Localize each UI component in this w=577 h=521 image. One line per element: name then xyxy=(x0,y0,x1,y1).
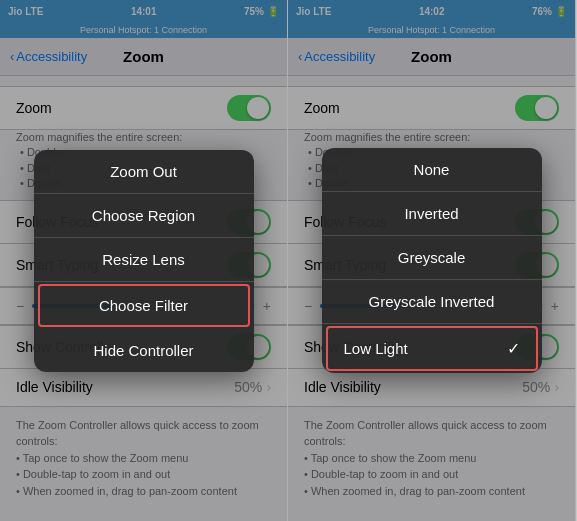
menu-item-choose-region[interactable]: Choose Region xyxy=(34,194,254,238)
menu-item-hide-controller[interactable]: Hide Controller xyxy=(34,329,254,372)
context-menu-right: None Inverted Greyscale Greyscale Invert… xyxy=(322,148,542,373)
filter-greyscale-inverted[interactable]: Greyscale Inverted xyxy=(322,280,542,324)
filter-low-light[interactable]: Low Light ✓ xyxy=(326,326,538,371)
filter-greyscale[interactable]: Greyscale xyxy=(322,236,542,280)
low-light-label: Low Light xyxy=(344,340,408,357)
panel-left: Jio LTE 14:01 75% 🔋 Personal Hotspot: 1 … xyxy=(0,0,288,521)
menu-item-zoom-out[interactable]: Zoom Out xyxy=(34,150,254,194)
filter-inverted[interactable]: Inverted xyxy=(322,192,542,236)
low-light-checkmark: ✓ xyxy=(507,339,520,358)
menu-item-resize-lens[interactable]: Resize Lens xyxy=(34,238,254,282)
filter-none[interactable]: None xyxy=(322,148,542,192)
context-menu-left: Zoom Out Choose Region Resize Lens Choos… xyxy=(34,150,254,372)
context-menu-overlay-left[interactable]: Zoom Out Choose Region Resize Lens Choos… xyxy=(0,0,287,521)
panel-right: Jio LTE 14:02 76% 🔋 Personal Hotspot: 1 … xyxy=(288,0,576,521)
menu-item-choose-filter[interactable]: Choose Filter xyxy=(38,284,250,327)
context-menu-overlay-right[interactable]: None Inverted Greyscale Greyscale Invert… xyxy=(288,0,575,521)
